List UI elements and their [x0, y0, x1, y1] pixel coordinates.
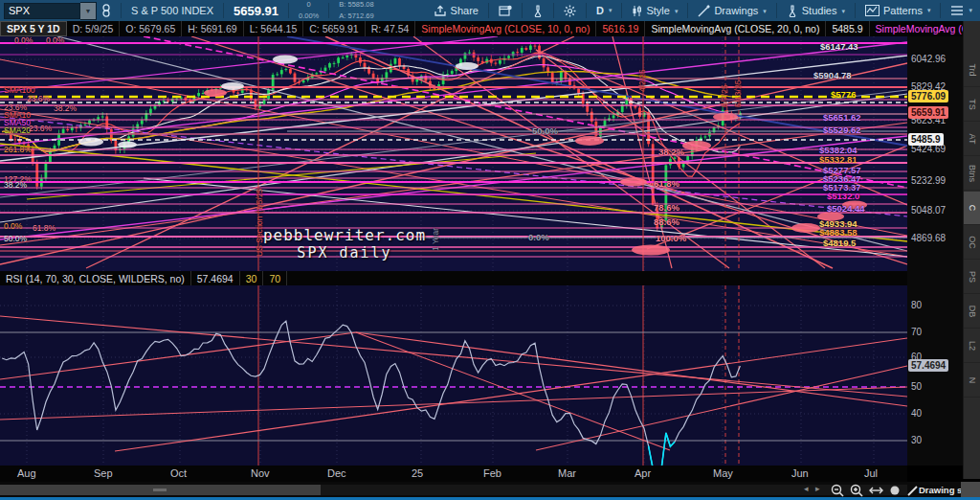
change-stack: 0 0.00% [294, 1, 323, 20]
share-button[interactable]: Share [429, 5, 483, 17]
zoom-out-icon[interactable] [831, 484, 844, 497]
scrollbar-grip [153, 489, 167, 491]
change-value: 0 [307, 1, 311, 9]
month-label: 25 [412, 467, 423, 479]
drawing-pencil-icon[interactable] [906, 484, 920, 497]
sidebar-tab-n[interactable]: N [964, 364, 980, 398]
ohlc-legend-row: SPX 5 Y 1DD: 5/9/25O: 5679.65H: 5691.69L… [0, 21, 963, 36]
sidebar-tab-btns[interactable]: Btns [964, 157, 980, 191]
scroll-left-arrow[interactable]: ◂ [804, 484, 809, 493]
legend-cell-0[interactable]: SPX 5 Y 1D [0, 21, 67, 36]
legend-cell-1[interactable]: D: 5/9/25 [67, 21, 121, 36]
sidebar-tab-l2[interactable]: L2 [964, 330, 980, 363]
drawings-button[interactable]: Drawings▾ [693, 5, 770, 17]
month-label: Apr [635, 467, 651, 479]
divider [288, 3, 289, 18]
symbol-dropdown-button[interactable]: ▼ [80, 2, 97, 20]
sidebar-tab-ts[interactable]: TS [964, 88, 980, 122]
month-label: Dec [327, 467, 346, 479]
month-label: May [713, 467, 733, 479]
month-label: Feb [483, 467, 501, 479]
right-gadget-sidebar: TrdTSATBtnsCOCPSDBL2N [963, 21, 980, 479]
legend-cell-9[interactable]: SimpleMovingAvg (CLOSE, 20, 0, no) [645, 21, 826, 36]
month-label: Mar [558, 467, 576, 479]
studies-button[interactable]: Studies▾ [782, 5, 850, 17]
rsi-cell-3[interactable]: 70 [263, 271, 287, 285]
zoom-controls [831, 484, 920, 497]
symbol-box: ▼ [4, 2, 97, 20]
month-label: Jul [864, 467, 878, 479]
sidebar-tab-c[interactable]: C [964, 192, 980, 225]
axis-label: 70 [911, 327, 922, 337]
sidebar-tab-oc[interactable]: OC [964, 226, 980, 260]
axis-label: 40 [911, 408, 922, 419]
patterns-button[interactable]: Patterns▾ [860, 5, 935, 16]
rsi-cell-1[interactable]: 57.4694 [191, 271, 240, 285]
month-label: Nov [251, 467, 270, 479]
rsi-cell-0[interactable]: RSI (14, 70, 30, CLOSE, WILDERS, no) [0, 271, 191, 285]
axis-label: 4869.68 [911, 233, 946, 243]
axis-price-badge: 5485.9 [908, 133, 944, 146]
last-price: 5659.91 [229, 4, 283, 18]
rsi-panel[interactable] [0, 285, 907, 466]
rsi-legend-row: RSI (14, 70, 30, CLOSE, WILDERS, no)57.4… [0, 271, 963, 285]
flask-icon[interactable] [527, 5, 548, 17]
legend-cell-3[interactable]: H: 5691.69 [182, 21, 243, 36]
toolbar-right-cluster: Share D▾ Style▾ Drawings▾ [429, 3, 980, 18]
style-button[interactable]: Style▾ [627, 5, 682, 17]
bid-value: B: 5585.08 [339, 1, 373, 9]
month-label: Sep [94, 467, 113, 479]
zoom-in-icon[interactable] [850, 484, 863, 497]
legend-cell-6[interactable]: R: 47.54 [366, 21, 416, 36]
axis-price-badge: 5659.91 [908, 106, 948, 119]
legend-cell-10[interactable]: 5485.9 [826, 21, 869, 36]
axis-label: 6042.96 [911, 54, 946, 64]
axis-label: 50 [911, 381, 922, 392]
divider [223, 3, 224, 18]
divider [328, 3, 329, 18]
time-axis[interactable]: AugSepOctNovDec25FebMarAprMayJunJul [0, 466, 907, 482]
price-axis[interactable]: 6042.965829.425623.415424.695232.995048.… [907, 36, 963, 466]
top-toolbar: ▼ S & P 500 INDEX 5659.91 0 0.00% B: 558… [0, 0, 980, 21]
sidebar-tab-ps[interactable]: PS [964, 261, 980, 294]
change-percent: 0.00% [299, 12, 319, 20]
tos-chart-window: ▼ S & P 500 INDEX 5659.91 0 0.00% B: 558… [0, 0, 980, 500]
calendar-icon[interactable] [494, 5, 517, 17]
legend-cell-7[interactable]: SimpleMovingAvg (CLOSE, 10, 0, no) [415, 21, 596, 36]
ask-value: A: 5712.69 [339, 12, 373, 20]
axis-price-badge: 5776.09 [908, 90, 948, 102]
month-label: Jun [791, 467, 809, 479]
sidebar-tab-db[interactable]: DB [964, 295, 980, 329]
resize-grip[interactable] [961, 482, 980, 497]
gear-icon[interactable] [559, 5, 581, 17]
legend-cell-8[interactable]: 5616.19 [596, 21, 645, 36]
legend-cell-5[interactable]: C: 5659.91 [303, 21, 365, 36]
sidebar-tab-trd[interactable]: Trd [964, 54, 980, 87]
axis-label: 80 [911, 300, 922, 310]
month-label: Aug [17, 467, 36, 479]
axis-label: 5048.07 [911, 205, 946, 216]
chart-scrollbar[interactable] [0, 485, 907, 495]
grid-layout-icon[interactable]: ▾ [946, 5, 980, 16]
link-icon[interactable] [97, 4, 116, 17]
timeframe-button[interactable]: D▾ [591, 5, 616, 16]
legend-cell-11[interactable]: SimpleMovingAvg (CLOSE, 50, 0, no) [870, 21, 963, 36]
legend-cell-2[interactable]: O: 5679.65 [120, 21, 182, 36]
symbol-input[interactable] [4, 3, 80, 19]
crosshair-mode-icon[interactable] [889, 485, 901, 496]
rsi-cell-2[interactable]: 30 [240, 271, 264, 285]
divider [121, 3, 122, 18]
scroll-right-arrow[interactable]: ▸ [815, 484, 820, 493]
pan-arrows-icon[interactable] [869, 486, 883, 495]
index-name: S & P 500 INDEX [126, 5, 218, 16]
chart-scrollbar-thumb[interactable] [0, 485, 321, 495]
main-price-chart[interactable] [0, 36, 907, 271]
month-label: Oct [170, 467, 187, 479]
sidebar-tab-at[interactable]: AT [964, 123, 980, 156]
axis-price-badge: 57.4694 [908, 359, 948, 372]
bid-ask-stack: B: 5585.08 A: 5712.69 [334, 1, 378, 20]
axis-label: 30 [911, 435, 922, 445]
axis-label: 5232.99 [911, 175, 946, 186]
legend-cell-4[interactable]: L: 5644.15 [244, 21, 304, 36]
